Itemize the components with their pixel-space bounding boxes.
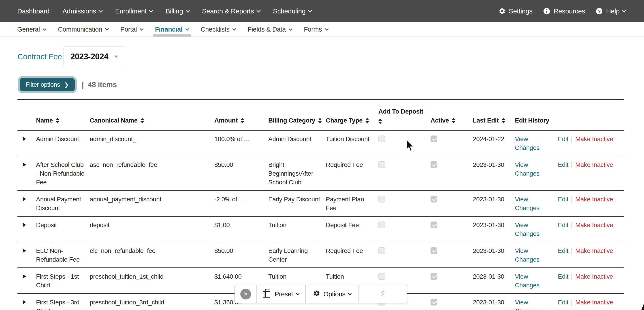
nav-item-resources[interactable]: Resources (543, 8, 585, 15)
nav-item-help[interactable]: ? Help (596, 8, 626, 15)
nav-item-search-reports[interactable]: Search & Reports (202, 8, 260, 15)
sort-icon[interactable] (452, 118, 455, 123)
edit-link[interactable]: Edit (558, 196, 568, 203)
expand-row-icon[interactable] (22, 248, 26, 253)
edit-link[interactable]: Edit (558, 136, 568, 142)
svg-text:?: ? (598, 9, 600, 14)
cell-name: After School Club - Non-Refundable Fee (36, 156, 90, 191)
column-header-last-edit[interactable]: Last Edit (473, 99, 515, 130)
expand-row-icon[interactable] (22, 223, 26, 227)
sort-icon[interactable] (366, 118, 369, 123)
filter-options-button[interactable]: Filter options ❯ (20, 78, 75, 91)
add-to-deposit-checkbox[interactable] (378, 196, 385, 202)
column-header-canonical-name[interactable]: Canonical Name (90, 99, 214, 130)
edit-link[interactable]: Edit (558, 247, 568, 254)
action-separator: | (571, 196, 572, 203)
cell-canonical-name: admin_discount_ (90, 130, 214, 156)
nav-item-admissions[interactable]: Admissions (62, 8, 102, 15)
view-changes-link[interactable]: View Changes (515, 136, 540, 151)
action-separator: | (571, 161, 572, 168)
nav-item-label: Search & Reports (202, 8, 254, 15)
view-changes-link[interactable]: View Changes (515, 299, 540, 310)
nav-item-scheduling[interactable]: Scheduling (273, 8, 312, 15)
tab-checklists[interactable]: Checklists (201, 22, 236, 37)
school-year-select[interactable]: 2023-2024 (63, 46, 125, 67)
sort-icon[interactable] (140, 118, 144, 123)
tab-forms[interactable]: Forms (304, 22, 328, 37)
main-content: Contract Fee 2023-2024 Filter options ❯ … (0, 46, 644, 310)
column-header-billing-category[interactable]: Billing Category (268, 99, 326, 130)
nav-item-dashboard[interactable]: Dashboard (17, 8, 50, 15)
filter-options-label: Filter options (26, 81, 60, 88)
add-to-deposit-checkbox[interactable] (378, 136, 385, 142)
action-separator: | (571, 299, 572, 306)
column-header-amount[interactable]: Amount (214, 99, 268, 130)
make-inactive-link[interactable]: Make Inactive (575, 247, 613, 254)
nav-item-enrollment[interactable]: Enrollment (115, 8, 152, 15)
edit-link[interactable]: Edit (558, 161, 568, 168)
make-inactive-link[interactable]: Make Inactive (575, 136, 613, 142)
expand-row-icon[interactable] (22, 137, 26, 141)
expand-row-icon[interactable] (22, 162, 26, 167)
sort-icon[interactable] (378, 119, 382, 124)
make-inactive-link[interactable]: Make Inactive (575, 196, 613, 203)
tab-label: Forms (304, 26, 322, 33)
edit-link[interactable]: Edit (558, 273, 568, 280)
preset-dropdown[interactable]: Preset (257, 285, 306, 303)
info-icon (543, 8, 550, 15)
tab-fields-data[interactable]: Fields & Data (248, 22, 292, 37)
sort-icon[interactable] (240, 118, 244, 123)
nav-item-label: Resources (554, 8, 585, 15)
column-header-add-to-deposit[interactable]: Add To Deposit (378, 99, 430, 130)
add-to-deposit-checkbox[interactable] (378, 273, 385, 280)
make-inactive-link[interactable]: Make Inactive (575, 299, 613, 306)
view-changes-link[interactable]: View Changes (515, 221, 540, 237)
view-changes-link[interactable]: View Changes (515, 196, 540, 211)
column-header-charge-type[interactable]: Charge Type (326, 99, 378, 130)
tab-communication[interactable]: Communication (58, 22, 108, 37)
nav-item-settings[interactable]: Settings (498, 8, 532, 15)
close-toolbar-button[interactable]: ✕ (240, 289, 251, 299)
cell-name: First Steps - 1st Child (36, 268, 90, 294)
active-checkbox (430, 196, 437, 202)
view-changes-link[interactable]: View Changes (515, 247, 540, 263)
chevron-down-icon (296, 292, 300, 295)
make-inactive-link[interactable]: Make Inactive (575, 221, 613, 228)
column-header-active[interactable]: Active (430, 99, 473, 130)
make-inactive-link[interactable]: Make Inactive (575, 161, 613, 168)
expand-row-icon[interactable] (22, 197, 26, 201)
nav-item-billing[interactable]: Billing (166, 8, 189, 15)
edit-link[interactable]: Edit (558, 299, 568, 306)
tab-portal[interactable]: Portal (120, 22, 143, 37)
cell-canonical-name: preschool_tuition_1st_child (90, 268, 214, 294)
filter-row: Filter options ❯ | 48 items (18, 78, 626, 92)
add-to-deposit-checkbox[interactable] (378, 221, 385, 228)
chevron-down-icon (105, 27, 109, 31)
cell-canonical-name: preschool_tuition_3rd_child (90, 294, 214, 310)
action-separator: | (571, 221, 572, 228)
sort-icon[interactable] (502, 118, 505, 123)
expand-row-icon[interactable] (22, 274, 26, 279)
expander-column-header (18, 99, 36, 130)
sort-icon[interactable] (318, 118, 322, 123)
chevron-down-icon (256, 8, 260, 12)
edit-link[interactable]: Edit (558, 221, 568, 228)
add-to-deposit-checkbox[interactable] (378, 161, 385, 168)
chevron-down-icon (186, 8, 190, 12)
view-changes-link[interactable]: View Changes (515, 273, 540, 289)
column-header-name[interactable]: Name (36, 99, 90, 130)
cell-last-edit: 2023-01-30 (473, 156, 515, 191)
cell-charge-type: Tuition Discount (326, 130, 378, 156)
add-to-deposit-checkbox[interactable] (378, 247, 385, 254)
tab-financial[interactable]: Financial (155, 22, 189, 37)
options-dropdown[interactable]: Options (306, 285, 359, 303)
page-number-input[interactable]: 2 (359, 285, 407, 303)
chevron-down-icon (43, 27, 46, 31)
sort-icon[interactable] (56, 118, 59, 123)
view-changes-link[interactable]: View Changes (515, 161, 540, 177)
expand-row-icon[interactable] (22, 300, 26, 304)
page-title: Contract Fee (18, 52, 62, 61)
tab-general[interactable]: General (17, 22, 46, 37)
make-inactive-link[interactable]: Make Inactive (575, 273, 613, 280)
cell-amount: -2.0% of … (214, 191, 268, 216)
